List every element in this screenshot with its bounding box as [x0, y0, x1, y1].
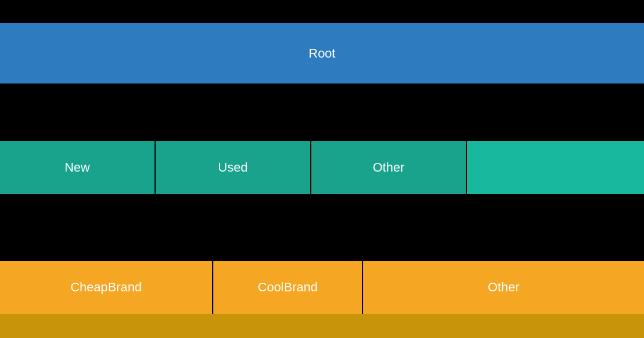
brand-other-label: Other	[488, 280, 519, 295]
condition-other-label: Other	[372, 160, 404, 175]
root-label: Root	[308, 46, 335, 61]
condition-used-segment[interactable]: Used	[156, 141, 311, 194]
condition-new-label: New	[65, 160, 90, 175]
brand-cheapbrand-label: CheapBrand	[70, 280, 142, 295]
brand-coolbrand-segment[interactable]: CoolBrand	[213, 261, 363, 314]
condition-new-segment[interactable]: New	[0, 141, 156, 194]
brand-other-segment[interactable]: Other	[363, 261, 644, 314]
condition-extra-segment	[467, 141, 644, 194]
brand-coolbrand-label: CoolBrand	[258, 280, 318, 295]
condition-other-segment[interactable]: Other	[311, 141, 467, 194]
brand-row: CheapBrand CoolBrand Other	[0, 261, 644, 314]
condition-used-label: Used	[218, 160, 247, 175]
gold-bottom-bar	[0, 314, 644, 338]
condition-row: New Used Other	[0, 141, 644, 194]
brand-cheapbrand-segment[interactable]: CheapBrand	[0, 261, 213, 314]
root-bar: Root	[0, 23, 644, 83]
